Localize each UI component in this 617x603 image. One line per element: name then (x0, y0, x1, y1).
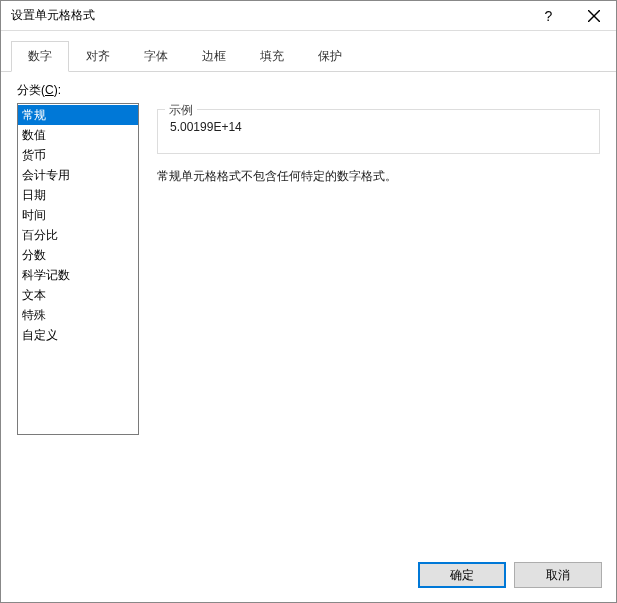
dialog-title: 设置单元格格式 (11, 7, 95, 24)
tab-number[interactable]: 数字 (11, 41, 69, 72)
tab-fill[interactable]: 填充 (243, 41, 301, 71)
format-cells-dialog: 设置单元格格式 ? 数字 对齐 字体 边框 填充 保护 分类(C): 常规 数值… (0, 0, 617, 603)
titlebar: 设置单元格格式 ? (1, 1, 616, 31)
category-label: 分类(C): (17, 82, 600, 99)
list-item[interactable]: 数值 (18, 125, 138, 145)
tab-border[interactable]: 边框 (185, 41, 243, 71)
sample-group: 示例 5.00199E+14 (157, 109, 600, 154)
list-item[interactable]: 会计专用 (18, 165, 138, 185)
list-item[interactable]: 日期 (18, 185, 138, 205)
close-icon (588, 10, 600, 22)
category-listbox[interactable]: 常规 数值 货币 会计专用 日期 时间 百分比 分数 科学记数 文本 特殊 自定… (17, 103, 139, 435)
list-item[interactable]: 百分比 (18, 225, 138, 245)
sample-box: 5.00199E+14 (157, 110, 600, 154)
help-button[interactable]: ? (526, 1, 571, 31)
list-item[interactable]: 特殊 (18, 305, 138, 325)
tab-font[interactable]: 字体 (127, 41, 185, 71)
tab-alignment[interactable]: 对齐 (69, 41, 127, 71)
list-item[interactable]: 时间 (18, 205, 138, 225)
sample-value: 5.00199E+14 (170, 120, 242, 134)
tab-strip: 数字 对齐 字体 边框 填充 保护 (1, 31, 616, 72)
list-item[interactable]: 货币 (18, 145, 138, 165)
content-area: 分类(C): 常规 数值 货币 会计专用 日期 时间 百分比 分数 科学记数 文… (1, 72, 616, 445)
ok-button[interactable]: 确定 (418, 562, 506, 588)
list-item[interactable]: 科学记数 (18, 265, 138, 285)
cancel-button[interactable]: 取消 (514, 562, 602, 588)
close-button[interactable] (571, 1, 616, 31)
tab-protect[interactable]: 保护 (301, 41, 359, 71)
list-item[interactable]: 自定义 (18, 325, 138, 345)
list-item[interactable]: 文本 (18, 285, 138, 305)
list-item[interactable]: 分数 (18, 245, 138, 265)
detail-pane: 示例 5.00199E+14 常规单元格格式不包含任何特定的数字格式。 (139, 103, 600, 435)
format-description: 常规单元格格式不包含任何特定的数字格式。 (157, 168, 600, 185)
dialog-footer: 确定 取消 (418, 562, 602, 588)
list-item[interactable]: 常规 (18, 105, 138, 125)
